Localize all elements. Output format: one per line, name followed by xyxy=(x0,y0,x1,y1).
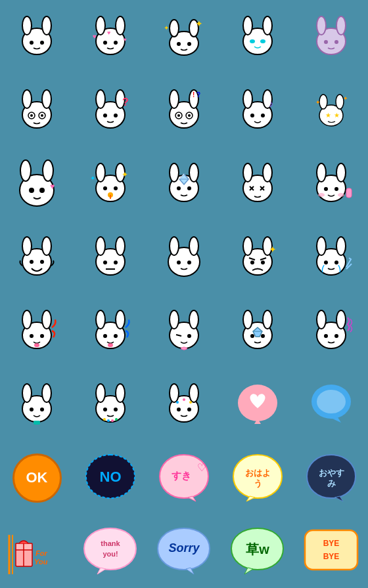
svg-point-158 xyxy=(324,334,328,338)
svg-point-3 xyxy=(30,41,34,45)
svg-text:★: ★ xyxy=(325,112,331,119)
svg-text:NO: NO xyxy=(99,469,121,485)
svg-point-171 xyxy=(107,419,110,422)
sticker-38[interactable]: Sorry xyxy=(147,514,221,588)
svg-text:う: う xyxy=(253,478,262,488)
svg-point-115 xyxy=(189,237,198,255)
sticker-37[interactable]: thank you! xyxy=(74,514,147,588)
sticker-33[interactable]: すき ♡ xyxy=(147,441,221,514)
svg-point-31 xyxy=(22,90,32,108)
svg-point-32 xyxy=(42,90,51,108)
svg-point-7 xyxy=(116,16,125,35)
sticker-12[interactable]: ✦ ✦ xyxy=(74,147,147,220)
svg-text:✦: ✦ xyxy=(315,99,321,106)
svg-point-68 xyxy=(29,188,34,193)
svg-point-138 xyxy=(96,310,105,329)
sticker-14[interactable] xyxy=(221,147,294,220)
sticker-39[interactable]: 草w xyxy=(221,514,294,588)
svg-point-135 xyxy=(40,334,44,338)
svg-point-140 xyxy=(103,334,107,338)
svg-point-134 xyxy=(30,334,34,338)
sticker-26[interactable] xyxy=(0,368,74,441)
svg-text:おやす: おやす xyxy=(318,468,344,478)
svg-text:you!: you! xyxy=(103,550,118,558)
sticker-40[interactable]: BYE BYE xyxy=(294,514,368,588)
sticker-15[interactable] xyxy=(294,147,368,220)
sticker-grid: ♥ ♥ ♥ ✦ ✦ xyxy=(0,0,368,588)
sticker-10[interactable]: ★ ★ ✦ ✦ xyxy=(294,74,368,147)
svg-point-56 xyxy=(261,114,265,117)
sticker-7[interactable]: ? xyxy=(74,74,147,147)
svg-point-72 xyxy=(96,163,105,182)
sticker-19[interactable]: ✦ xyxy=(221,220,294,294)
svg-point-35 xyxy=(30,114,33,117)
svg-point-167 xyxy=(96,384,105,402)
svg-point-119 xyxy=(243,237,252,255)
sticker-5[interactable] xyxy=(294,0,368,74)
svg-point-74 xyxy=(103,186,107,190)
svg-point-142 xyxy=(108,343,113,347)
svg-text:♡: ♡ xyxy=(197,462,206,473)
sticker-34[interactable]: おはよ う xyxy=(221,441,294,514)
svg-point-80 xyxy=(170,163,179,182)
sticker-3[interactable]: ✦ ✦ xyxy=(147,0,221,74)
sticker-1[interactable] xyxy=(0,0,74,74)
svg-point-177 xyxy=(189,384,198,402)
svg-point-150 xyxy=(263,310,272,329)
svg-point-9 xyxy=(114,41,118,45)
svg-point-129 xyxy=(324,261,328,264)
svg-point-132 xyxy=(22,310,32,329)
svg-point-95 xyxy=(317,163,326,182)
sticker-16[interactable] xyxy=(0,220,74,294)
sticker-24[interactable] xyxy=(221,294,294,368)
sticker-23[interactable] xyxy=(147,294,221,368)
svg-text:✦: ✦ xyxy=(122,170,128,179)
sticker-8[interactable]: ! ? xyxy=(147,74,221,147)
svg-text:?: ? xyxy=(196,91,200,98)
svg-point-67 xyxy=(43,160,53,181)
sticker-32[interactable]: NO xyxy=(74,441,147,514)
svg-point-8 xyxy=(103,41,107,45)
sticker-4[interactable] xyxy=(221,0,294,74)
sticker-18[interactable] xyxy=(147,220,221,294)
sticker-20[interactable] xyxy=(294,220,368,294)
sticker-2[interactable]: ♥ ♥ ♥ xyxy=(74,0,147,74)
sticker-6[interactable] xyxy=(0,74,74,147)
svg-point-168 xyxy=(116,384,125,402)
sticker-36[interactable]: For You xyxy=(0,514,74,588)
sticker-9[interactable]: ♪ xyxy=(221,74,294,147)
sticker-27[interactable] xyxy=(74,368,147,441)
sticker-21[interactable] xyxy=(0,294,74,368)
svg-text:BYE: BYE xyxy=(323,552,340,561)
sticker-17[interactable] xyxy=(74,220,147,294)
svg-text:おはよ: おはよ xyxy=(244,468,270,478)
svg-text:み: み xyxy=(327,478,336,488)
svg-rect-165 xyxy=(34,421,40,425)
svg-point-111 xyxy=(114,261,118,264)
sticker-31[interactable]: OK xyxy=(0,441,74,514)
sticker-25[interactable] xyxy=(294,294,368,368)
svg-point-114 xyxy=(170,237,179,255)
svg-point-88 xyxy=(243,163,252,182)
svg-point-89 xyxy=(263,163,272,182)
svg-point-130 xyxy=(334,261,338,264)
svg-point-181 xyxy=(183,398,185,401)
svg-point-174 xyxy=(115,418,118,421)
sticker-30[interactable] xyxy=(294,368,368,441)
sticker-29[interactable] xyxy=(221,368,294,441)
svg-point-121 xyxy=(250,261,254,264)
svg-point-172 xyxy=(111,419,114,422)
sticker-22[interactable] xyxy=(74,294,147,368)
svg-point-106 xyxy=(40,260,44,264)
sticker-11[interactable]: ♥ xyxy=(0,147,74,220)
svg-point-159 xyxy=(334,334,338,338)
svg-point-83 xyxy=(187,186,191,190)
svg-point-29 xyxy=(334,40,338,44)
sticker-35[interactable]: おやす み xyxy=(294,441,368,514)
sticker-13[interactable] xyxy=(147,147,221,220)
svg-text:thank: thank xyxy=(101,539,120,547)
sticker-28[interactable] xyxy=(147,368,221,441)
svg-point-161 xyxy=(22,384,32,402)
svg-rect-101 xyxy=(346,188,352,198)
svg-point-22 xyxy=(263,16,272,35)
